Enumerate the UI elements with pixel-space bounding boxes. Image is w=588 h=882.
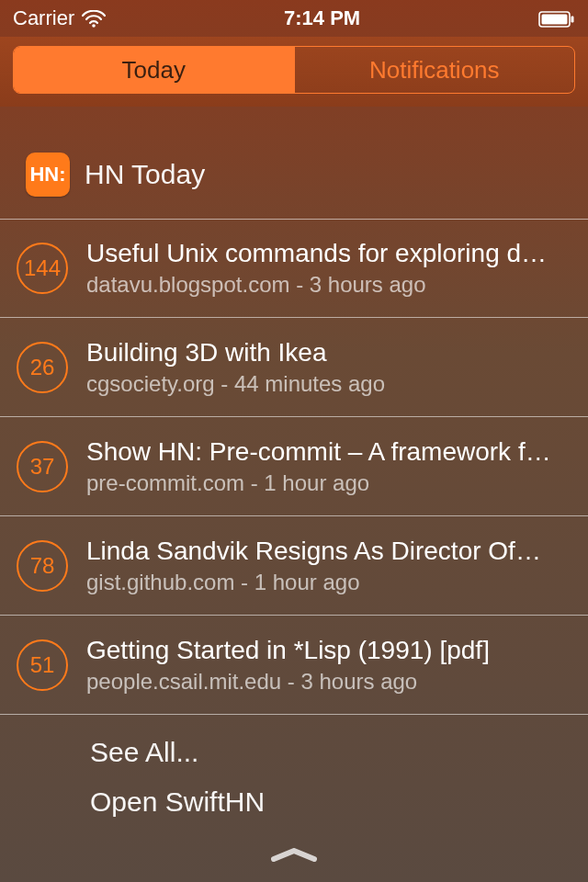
score-badge: 51 <box>17 639 68 691</box>
status-right <box>538 6 575 30</box>
see-all-label: See All... <box>90 737 198 767</box>
svg-point-0 <box>92 24 96 28</box>
see-all-link[interactable]: See All... <box>90 728 588 777</box>
tab-today[interactable]: Today <box>14 47 294 93</box>
story-meta: gist.github.com - 1 hour ago <box>86 570 570 595</box>
score-badge: 78 <box>17 540 68 592</box>
story-row[interactable]: 78 Linda Sandvik Resigns As Director Of…… <box>0 516 588 616</box>
score-badge: 26 <box>17 342 68 393</box>
story-text: Show HN: Pre-commit – A framework f… pre… <box>86 437 570 496</box>
svg-rect-3 <box>571 17 573 23</box>
score-badge: 144 <box>17 243 68 294</box>
grabber-handle[interactable] <box>266 847 322 865</box>
story-title: Show HN: Pre-commit – A framework f… <box>86 437 570 467</box>
clock: 7:14 PM <box>284 6 360 30</box>
tab-today-label: Today <box>122 56 186 85</box>
open-app-link[interactable]: Open SwiftHN <box>90 777 588 827</box>
score-value: 37 <box>30 454 55 480</box>
today-notifications-segmented: Today Notifications <box>13 46 575 94</box>
tab-notifications-label: Notifications <box>369 56 500 85</box>
svg-rect-2 <box>541 15 567 25</box>
score-value: 144 <box>24 255 61 281</box>
open-app-label: Open SwiftHN <box>90 786 265 817</box>
nc-header: Today Notifications <box>0 37 588 107</box>
story-row[interactable]: 26 Building 3D with Ikea cgsociety.org -… <box>0 318 588 417</box>
story-title: Getting Started in *Lisp (1991) [pdf] <box>86 636 570 665</box>
story-row[interactable]: 144 Useful Unix commands for exploring d… <box>0 219 588 318</box>
app-icon-text: HN: <box>29 163 65 187</box>
battery-icon <box>538 6 575 30</box>
widget-title: HN Today <box>85 159 205 190</box>
status-left: Carrier <box>13 6 106 30</box>
story-list: 144 Useful Unix commands for exploring d… <box>0 219 588 715</box>
story-title: Linda Sandvik Resigns As Director Of… <box>86 537 570 566</box>
score-value: 51 <box>30 652 55 678</box>
story-row[interactable]: 37 Show HN: Pre-commit – A framework f… … <box>0 417 588 516</box>
score-value: 78 <box>30 553 55 579</box>
story-meta: datavu.blogspot.com - 3 hours ago <box>86 272 570 298</box>
carrier-label: Carrier <box>13 6 74 30</box>
status-bar: Carrier 7:14 PM <box>0 0 588 37</box>
story-meta: pre-commit.com - 1 hour ago <box>86 470 570 496</box>
widget-footer: See All... Open SwiftHN <box>0 715 588 840</box>
story-title: Building 3D with Ikea <box>86 338 570 368</box>
chevron-up-icon <box>268 846 320 866</box>
wifi-icon <box>82 6 106 30</box>
story-row[interactable]: 51 Getting Started in *Lisp (1991) [pdf]… <box>0 616 588 715</box>
today-widget-area: HN: HN Today 144 Useful Unix commands fo… <box>0 107 588 840</box>
story-meta: people.csail.mit.edu - 3 hours ago <box>86 669 570 695</box>
tab-notifications[interactable]: Notifications <box>294 47 575 93</box>
story-text: Building 3D with Ikea cgsociety.org - 44… <box>86 338 570 397</box>
score-badge: 37 <box>17 441 68 492</box>
widget-header: HN: HN Today <box>0 143 588 219</box>
story-title: Useful Unix commands for exploring d… <box>86 239 570 268</box>
story-text: Getting Started in *Lisp (1991) [pdf] pe… <box>86 636 570 695</box>
story-text: Linda Sandvik Resigns As Director Of… gi… <box>86 537 570 595</box>
story-meta: cgsociety.org - 44 minutes ago <box>86 371 570 397</box>
score-value: 26 <box>30 355 55 380</box>
story-text: Useful Unix commands for exploring d… da… <box>86 239 570 298</box>
app-icon: HN: <box>26 153 70 197</box>
